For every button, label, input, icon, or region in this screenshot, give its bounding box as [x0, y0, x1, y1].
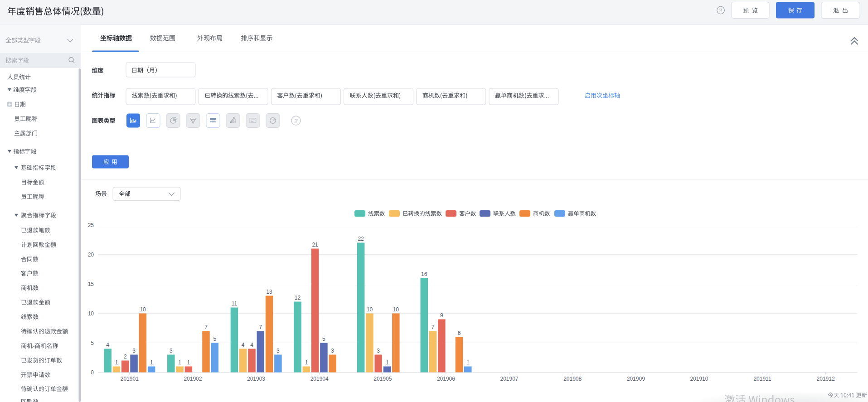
- svg-text:4: 4: [106, 342, 109, 348]
- svg-text:4: 4: [242, 342, 245, 348]
- svg-text:201910: 201910: [690, 376, 708, 382]
- svg-text:1: 1: [178, 359, 181, 366]
- svg-text:1: 1: [150, 359, 153, 366]
- svg-text:201905: 201905: [373, 376, 392, 382]
- svg-text:4: 4: [250, 342, 253, 348]
- svg-text:3: 3: [377, 348, 380, 354]
- svg-text:3: 3: [331, 348, 334, 354]
- svg-text:10: 10: [88, 310, 94, 317]
- svg-text:2: 2: [124, 354, 127, 360]
- svg-text:10: 10: [393, 306, 399, 313]
- svg-text:201912: 201912: [817, 376, 835, 382]
- svg-text:5: 5: [213, 336, 216, 342]
- svg-text:3: 3: [276, 348, 280, 354]
- svg-text:21: 21: [312, 242, 318, 248]
- svg-text:201904: 201904: [310, 376, 329, 382]
- svg-text:?: ?: [294, 117, 297, 124]
- svg-text:0: 0: [91, 369, 94, 376]
- svg-text:201903: 201903: [247, 376, 265, 382]
- svg-text:201909: 201909: [627, 376, 645, 382]
- svg-text:5: 5: [91, 340, 94, 346]
- svg-text:201901: 201901: [121, 376, 139, 382]
- svg-text:1: 1: [386, 359, 389, 366]
- svg-text:201908: 201908: [563, 376, 582, 382]
- svg-text:5: 5: [322, 336, 325, 342]
- svg-text:10: 10: [140, 306, 146, 313]
- svg-text:201907: 201907: [500, 376, 518, 382]
- svg-text:3: 3: [170, 348, 173, 354]
- svg-text:13: 13: [266, 289, 272, 295]
- svg-text:16: 16: [421, 271, 427, 277]
- svg-text:201906: 201906: [437, 376, 455, 382]
- svg-text:6: 6: [458, 330, 461, 336]
- svg-text:201911: 201911: [753, 376, 771, 382]
- svg-text:15: 15: [88, 281, 94, 287]
- svg-text:20: 20: [88, 252, 94, 258]
- svg-text:?: ?: [719, 8, 722, 13]
- svg-text:1: 1: [305, 359, 308, 366]
- svg-text:1: 1: [115, 359, 118, 366]
- svg-text:3: 3: [132, 348, 136, 354]
- svg-text:1: 1: [187, 359, 190, 366]
- svg-text:201902: 201902: [184, 376, 202, 382]
- svg-text:22: 22: [358, 236, 364, 242]
- svg-text:12: 12: [295, 295, 301, 301]
- svg-text:10: 10: [367, 306, 373, 313]
- svg-text:7: 7: [259, 324, 262, 330]
- svg-text:1: 1: [466, 359, 470, 366]
- svg-text:9: 9: [440, 312, 443, 319]
- svg-text:25: 25: [88, 222, 94, 228]
- svg-text:7: 7: [432, 324, 435, 330]
- svg-text:11: 11: [232, 300, 238, 307]
- svg-text:7: 7: [204, 324, 208, 330]
